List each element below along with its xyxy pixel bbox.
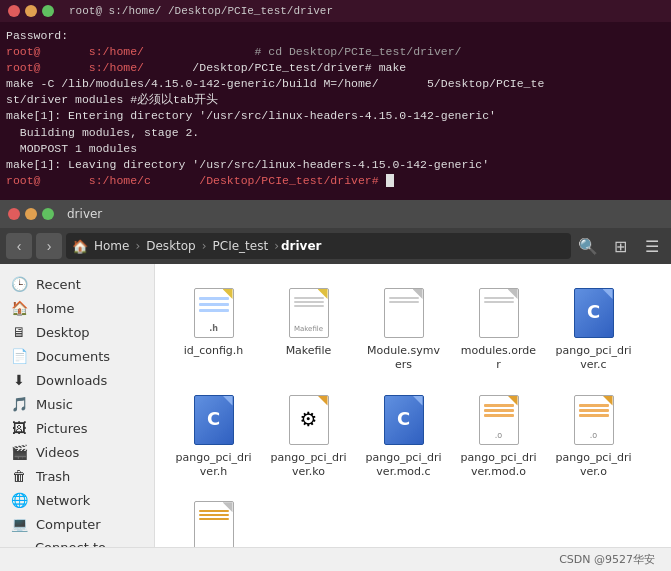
maximize-btn[interactable] — [42, 5, 54, 17]
search-button[interactable]: 🔍 — [575, 233, 601, 259]
sidebar-label-documents: Documents — [36, 349, 110, 364]
file-label-module-symvers: Module.symvers — [365, 344, 442, 373]
terminal-window: root@ s:/home/ /Desktop/PCIe_test/driver… — [0, 0, 671, 200]
file-pango-mod-o[interactable]: .o pango_pci_driver.mod.o — [456, 387, 541, 484]
sidebar-item-home[interactable]: 🏠 Home — [0, 296, 154, 320]
sidebar-label-computer: Computer — [36, 517, 101, 532]
toolbar-actions: 🔍 ⊞ ☰ — [575, 233, 665, 259]
network-icon: 🌐 — [10, 492, 28, 508]
grid-view-button[interactable]: ⊞ — [607, 233, 633, 259]
fm-toolbar: ‹ › 🏠 Home › Desktop › PCIe_test › drive… — [0, 228, 671, 264]
sidebar-item-recent[interactable]: 🕒 Recent — [0, 272, 154, 296]
downloads-icon: ⬇ — [10, 372, 28, 388]
sidebar-label-home: Home — [36, 301, 74, 316]
terminal-line: root@ s:/home/ # cd Desktop/PCIe_test/dr… — [6, 44, 665, 60]
terminal-line: Password: — [6, 28, 665, 44]
fm-minimize-btn[interactable] — [25, 208, 37, 220]
sidebar-item-trash[interactable]: 🗑 Trash — [0, 464, 154, 488]
file-icon-pango-c: C — [570, 284, 618, 342]
terminal-line: Building modules, stage 2. — [6, 125, 665, 141]
fm-close-btn[interactable] — [8, 208, 20, 220]
home-icon: 🏠 — [72, 239, 88, 254]
terminal-line: MODPOST 1 modules — [6, 141, 665, 157]
desktop-icon: 🖥 — [10, 324, 28, 340]
documents-icon: 📄 — [10, 348, 28, 364]
file-icon-pango-mod-c: C — [380, 391, 428, 449]
filemanager-window: driver ‹ › 🏠 Home › Desktop › PCIe_test … — [0, 200, 671, 571]
sidebar-label-videos: Videos — [36, 445, 79, 460]
sidebar-label-connect: Connect to Server — [35, 540, 144, 547]
terminal-line: make -C /lib/modules/4.15.0-142-generic/… — [6, 76, 665, 92]
file-icon-pango-ko: ⚙ — [285, 391, 333, 449]
fm-title: driver — [67, 207, 102, 221]
file-label-id-config-h: id_config.h — [184, 344, 244, 358]
sidebar-label-network: Network — [36, 493, 90, 508]
sidebar-item-pictures[interactable]: 🖼 Pictures — [0, 416, 154, 440]
computer-icon: 💻 — [10, 516, 28, 532]
file-icon-module-symvers — [380, 284, 428, 342]
sidebar-label-downloads: Downloads — [36, 373, 107, 388]
file-label-modules-order: modules.order — [460, 344, 537, 373]
file-label-makefile: Makefile — [286, 344, 332, 358]
fm-maximize-btn[interactable] — [42, 208, 54, 220]
file-pango-ur-safe[interactable]: pango_pci_driver.o.ur-safe — [171, 493, 256, 547]
file-icon-modules-order — [475, 284, 523, 342]
sidebar-item-downloads[interactable]: ⬇ Downloads — [0, 368, 154, 392]
sidebar-label-music: Music — [36, 397, 73, 412]
files-grid: .h id_config.h Makefile — [155, 264, 671, 547]
breadcrumb-desktop[interactable]: Desktop — [142, 239, 200, 253]
terminal-titlebar: root@ s:/home/ /Desktop/PCIe_test/driver — [0, 0, 671, 22]
fm-titlebar: driver — [0, 200, 671, 228]
breadcrumb: 🏠 Home › Desktop › PCIe_test › driver — [66, 233, 571, 259]
sidebar-label-trash: Trash — [36, 469, 70, 484]
sidebar-item-videos[interactable]: 🎬 Videos — [0, 440, 154, 464]
fm-body: 🕒 Recent 🏠 Home 🖥 Desktop 📄 Documents ⬇ … — [0, 264, 671, 547]
file-label-pango-mod-c: pango_pci_driver.mod.c — [365, 451, 442, 480]
file-pango-c[interactable]: C pango_pci_driver.c — [551, 280, 636, 377]
file-label-pango-h: pango_pci_driver.h — [175, 451, 252, 480]
file-pango-h[interactable]: C pango_pci_driver.h — [171, 387, 256, 484]
terminal-line: root@ s:/home/ /Desktop/PCIe_test/driver… — [6, 60, 665, 76]
videos-icon: 🎬 — [10, 444, 28, 460]
home-sidebar-icon: 🏠 — [10, 300, 28, 316]
file-label-pango-c: pango_pci_driver.c — [555, 344, 632, 373]
file-icon-pango-o: .o — [570, 391, 618, 449]
file-icon-pango-ur-safe — [190, 497, 238, 547]
sidebar-label-desktop: Desktop — [36, 325, 90, 340]
file-pango-ko[interactable]: ⚙ pango_pci_driver.ko — [266, 387, 351, 484]
sidebar-item-documents[interactable]: 📄 Documents — [0, 344, 154, 368]
minimize-btn[interactable] — [25, 5, 37, 17]
sidebar-item-network[interactable]: 🌐 Network — [0, 488, 154, 512]
sidebar-item-desktop[interactable]: 🖥 Desktop — [0, 320, 154, 344]
recent-icon: 🕒 — [10, 276, 28, 292]
breadcrumb-pcie[interactable]: PCIe_test — [209, 239, 273, 253]
sidebar-item-computer[interactable]: 💻 Computer — [0, 512, 154, 536]
sidebar-item-music[interactable]: 🎵 Music — [0, 392, 154, 416]
close-btn[interactable] — [8, 5, 20, 17]
menu-button[interactable]: ☰ — [639, 233, 665, 259]
file-icon-id-config-h: .h — [190, 284, 238, 342]
forward-button[interactable]: › — [36, 233, 62, 259]
file-modules-order[interactable]: modules.order — [456, 280, 541, 377]
file-label-pango-mod-o: pango_pci_driver.mod.o — [460, 451, 537, 480]
fm-statusbar: CSDN @9527华安 — [0, 547, 671, 571]
file-icon-pango-mod-o: .o — [475, 391, 523, 449]
sidebar-label-pictures: Pictures — [36, 421, 87, 436]
terminal-line: make[1]: Leaving directory '/usr/src/lin… — [6, 157, 665, 173]
sidebar-item-connect[interactable]: 🔗 Connect to Server — [0, 536, 154, 547]
terminal-content: Password: root@ s:/home/ # cd Desktop/PC… — [6, 28, 665, 189]
file-makefile[interactable]: Makefile Makefile — [266, 280, 351, 377]
file-pango-o[interactable]: .o pango_pci_driver.o — [551, 387, 636, 484]
file-label-pango-o: pango_pci_driver.o — [555, 451, 632, 480]
file-id-config-h[interactable]: .h id_config.h — [171, 280, 256, 377]
terminal-line: make[1]: Entering directory '/usr/src/li… — [6, 108, 665, 124]
pictures-icon: 🖼 — [10, 420, 28, 436]
file-icon-makefile: Makefile — [285, 284, 333, 342]
breadcrumb-home[interactable]: Home — [90, 239, 133, 253]
fm-sidebar: 🕒 Recent 🏠 Home 🖥 Desktop 📄 Documents ⬇ … — [0, 264, 155, 547]
file-pango-mod-c[interactable]: C pango_pci_driver.mod.c — [361, 387, 446, 484]
back-button[interactable]: ‹ — [6, 233, 32, 259]
file-module-symvers[interactable]: Module.symvers — [361, 280, 446, 377]
music-icon: 🎵 — [10, 396, 28, 412]
file-label-pango-ko: pango_pci_driver.ko — [270, 451, 347, 480]
